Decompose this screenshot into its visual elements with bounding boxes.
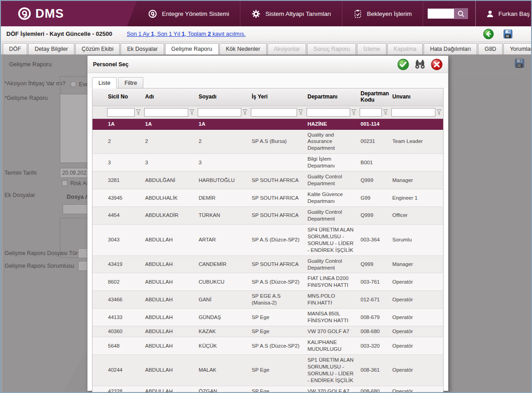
qdms-badge-icon <box>148 9 157 19</box>
cell: 4454 <box>105 206 142 224</box>
qdms-logo[interactable]: DMS <box>1 1 137 26</box>
cell: VW 370 GOLF A7 <box>305 326 358 337</box>
column-header[interactable]: Sicil No <box>105 88 142 106</box>
table-row[interactable]: 3281ABDULĞANİHARBUTOĞLUSP SOUTH AFRICAGu… <box>93 172 443 189</box>
page-title: DÖF İşlemleri - Kayıt Güncelle - 02500 <box>6 30 112 37</box>
main-tab[interactable]: G8D <box>478 43 503 54</box>
save-button[interactable] <box>503 29 513 39</box>
row-indent-cell <box>93 224 105 255</box>
cell: ABDULLAH <box>142 255 196 273</box>
main-tab[interactable]: Detay Bilgiler <box>28 43 74 54</box>
cell: ABDULLAH <box>142 291 196 309</box>
main-tab[interactable]: Ek Dosyalar <box>121 43 164 54</box>
cell: GANİ <box>196 291 249 309</box>
row-indent-cell <box>93 273 105 291</box>
cell: 2 <box>196 129 249 154</box>
confirm-button[interactable] <box>397 59 409 70</box>
cell: 00231 <box>358 129 390 154</box>
filter-funnel-icon[interactable] <box>383 109 388 115</box>
cell: 2 <box>105 129 142 154</box>
filter-cell <box>358 106 390 118</box>
back-button[interactable] <box>483 29 494 39</box>
cell: 003-761 <box>358 273 390 291</box>
row-indent-cell <box>93 386 105 393</box>
cell: 008-679 <box>358 309 390 326</box>
filter-input[interactable] <box>307 108 350 117</box>
cell: 008-680 <box>358 326 390 337</box>
row-indent-cell <box>93 172 105 189</box>
cell: KÜÇÜK <box>196 337 249 355</box>
cell: MANİSA 850L FİNİSYON HATTI <box>305 309 358 326</box>
main-tab[interactable]: DÖF <box>3 43 27 54</box>
table-row[interactable]: 1A1A1AHAZİNE001-114 <box>93 118 443 129</box>
search-input[interactable] <box>428 9 454 19</box>
filter-funnel-icon[interactable] <box>243 109 247 115</box>
binoculars-icon <box>414 59 426 70</box>
table-row[interactable]: 222SP A.S (Bursa)Quality and Assurance D… <box>93 129 443 154</box>
filter-cell <box>390 106 443 118</box>
cell: Operatör <box>390 354 443 386</box>
table-row[interactable]: 43945ABDULHALİKDEMİRSP SOUTH AFRICAKalit… <box>93 189 443 207</box>
table-row[interactable]: 8602ABDULLAHCUBUKCUSP A.S (Düzce-SP2)FIA… <box>93 273 443 291</box>
main-tab[interactable]: Yorumlar <box>503 43 532 54</box>
cell: 43419 <box>105 255 142 273</box>
close-button[interactable] <box>431 59 443 70</box>
main-tab[interactable]: Çözüm Ekibi <box>75 43 120 54</box>
row-indent-cell <box>93 154 105 172</box>
search-records-button[interactable] <box>414 59 426 70</box>
filter-input[interactable] <box>360 108 382 117</box>
filter-funnel-icon[interactable] <box>190 109 194 115</box>
table-row[interactable]: 43419ABDULLAHCANDEMİRSP SOUTH AFRICAGual… <box>93 255 443 273</box>
table-row[interactable]: 4454ABDULKADİRTÜRKANSP SOUTH AFRICAGuali… <box>93 206 443 224</box>
table-row[interactable]: 42328ABDULLAHÖZGANSP EgeVW 370 GOLF A700… <box>93 386 443 393</box>
filter-input[interactable] <box>144 108 188 117</box>
column-header[interactable]: Departman Kodu <box>358 88 390 106</box>
row-indent-cell <box>93 354 105 386</box>
table-row[interactable]: 3043ABDULLAHARTARSP A.S (Düzce-SP2)SP4 Ü… <box>93 224 443 255</box>
cell: ABDULLAH <box>142 326 196 337</box>
user-menu[interactable]: Furkan Baş <box>476 10 532 18</box>
table-header-row: Sicil NoAdıSoyadıİş YeriDepartmanıDepart… <box>93 88 443 106</box>
filter-funnel-icon[interactable] <box>136 109 141 115</box>
top-nav-bar: DMS Entegre Yönetim Sistemi <box>1 1 531 26</box>
dialog-tab[interactable]: Filtre <box>118 77 143 88</box>
cell: ABDULĞANİ <box>142 172 196 189</box>
table-row[interactable]: 40244ABDULLAHMALAKSP EgeSP1 ÜRETİM ALAN … <box>93 354 443 386</box>
main-tab: Aksiyonlar <box>268 43 307 54</box>
table-row[interactable]: 44133ABDULLAHGÜNDAŞSP EgeMANİSA 850L FİN… <box>93 309 443 326</box>
search-button[interactable] <box>454 8 468 19</box>
qdms-logo-icon <box>17 6 32 21</box>
filter-input[interactable] <box>391 108 435 117</box>
column-header[interactable]: Unvanı <box>390 88 443 106</box>
cell: ARTAR <box>196 224 249 255</box>
cell: 43466 <box>105 291 142 309</box>
filter-funnel-icon[interactable] <box>437 109 441 115</box>
table-row[interactable]: 333Bilgi İşlem DepartmanıB001 <box>93 154 443 172</box>
filter-funnel-icon[interactable] <box>298 109 303 115</box>
main-tab[interactable]: Kök Nedenler <box>220 43 267 54</box>
menu-item-bekleyen-islerim[interactable]: Bekleyen İşlerim <box>342 1 423 26</box>
menu-item-sistem-altyapi-tanimlari[interactable]: Sistem Altyapı Tanımları <box>240 1 342 26</box>
dialog-tab[interactable]: Liste <box>92 77 117 88</box>
cell: KAZAK <box>196 326 249 337</box>
filter-input[interactable] <box>198 108 241 117</box>
filter-input[interactable] <box>251 108 297 117</box>
cell: ABDULKADİR <box>142 206 196 224</box>
cell: SP EGE A.S (Manisa-2) <box>249 291 305 309</box>
menu-item-entegre-yonetim-sistemi[interactable]: Entegre Yönetim Sistemi <box>137 1 240 26</box>
table-row[interactable]: 43466ABDULLAHGANİSP EGE A.S (Manisa-2)MN… <box>93 291 443 309</box>
filter-funnel-icon[interactable] <box>351 109 356 115</box>
filter-input[interactable] <box>107 108 135 117</box>
column-header[interactable]: Adı <box>142 88 196 106</box>
column-header[interactable]: İş Yeri <box>249 88 305 106</box>
main-tab[interactable]: Hata Dağılımları <box>424 43 477 54</box>
cell: 3043 <box>105 224 142 255</box>
cell: SP1 ÜRETİM ALAN SORUMLUSU - SORUMLU - Lİ… <box>305 354 358 386</box>
main-tab[interactable]: Gelişme Raporu <box>165 43 219 54</box>
column-header[interactable]: Departmanı <box>305 88 358 106</box>
column-header[interactable]: Soyadı <box>196 88 249 106</box>
cell: Engineer 1 <box>390 189 443 207</box>
table-row[interactable]: 40360ABDULLAHKAZAKSP EgeVW 370 GOLF A700… <box>93 326 443 337</box>
record-stats-link[interactable]: Son 1 Ay 1, Son 1 Yıl 1, Toplam 2 kayıt … <box>127 31 245 37</box>
table-row[interactable]: 5648ABDULLAHKÜÇÜKSP A.S (Düzce-SP2)KALIP… <box>93 337 443 355</box>
